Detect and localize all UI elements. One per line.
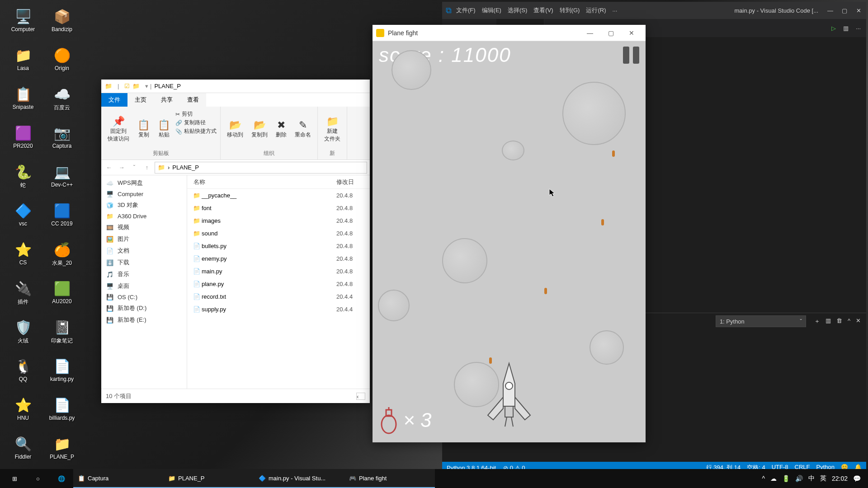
desktop-icon[interactable]: ⭐HNU <box>4 392 42 431</box>
copy-button[interactable]: 📋复制 <box>135 108 152 150</box>
nav-item[interactable]: 🎵音乐 <box>101 268 187 280</box>
file-row[interactable]: 📄main.py20.4.8 <box>187 265 370 277</box>
onedrive-icon[interactable]: ☁ <box>770 475 777 482</box>
file-row[interactable]: 📄record.txt20.4.4 <box>187 290 370 303</box>
nav-item[interactable]: 🖼️图片 <box>101 233 187 245</box>
maximize-button[interactable]: ▢ <box>842 7 848 14</box>
desktop-icon[interactable]: 🔌插件 <box>4 276 42 314</box>
nav-item[interactable]: ☁️WPS网盘 <box>101 177 187 189</box>
ime-icon[interactable]: 中 <box>808 474 815 483</box>
desktop-icon[interactable]: 🐧QQ <box>4 353 42 392</box>
ribbon-tab[interactable]: 查看 <box>180 93 206 107</box>
terminal-selector[interactable]: 1: Python ˇ <box>716 315 806 327</box>
split-terminal-button[interactable]: ▥ <box>826 317 831 325</box>
game-canvas[interactable]: score : 11000 <box>373 41 646 442</box>
desktop-icon[interactable]: 🍊水果_20 <box>42 237 81 276</box>
desktop-icon[interactable]: 🔷vsc <box>4 198 42 237</box>
new-terminal-button[interactable]: ＋ <box>814 317 820 325</box>
minimize-button[interactable]: — <box>827 7 834 14</box>
rename-button[interactable]: ✎重命名 <box>292 108 314 150</box>
address-bar[interactable]: 📁 › PLANE_P <box>155 162 367 174</box>
explorer-titlebar[interactable]: 📁 | ☑ 📁 ▾ | PLANE_P <box>101 80 370 93</box>
desktop-icon[interactable]: 📦Bandizip <box>42 4 81 42</box>
minimize-button[interactable]: — <box>580 25 600 41</box>
desktop-icon[interactable]: 🛡️火绒 <box>4 314 42 353</box>
path-segment[interactable]: PLANE_P <box>172 164 199 171</box>
copy-path-button[interactable]: 🔗 复制路径 <box>175 119 217 127</box>
file-row[interactable]: 📁sound20.4.8 <box>187 227 370 239</box>
desktop-icon[interactable]: 📋Snipaste <box>4 81 42 120</box>
copy-to-button[interactable]: 📂复制到 <box>249 108 270 150</box>
file-row[interactable]: 📄enemy.py20.4.8 <box>187 252 370 265</box>
taskbar-app[interactable]: 📋Captura <box>73 469 164 488</box>
desktop-icon[interactable]: 🟩AU2020 <box>42 276 81 314</box>
maximize-button[interactable]: ▢ <box>600 25 621 41</box>
taskbar-app[interactable]: 🎮Plane fight <box>344 469 435 488</box>
file-row[interactable]: 📁images20.4.8 <box>187 214 370 227</box>
move-to-button[interactable]: 📂移动到 <box>224 108 246 150</box>
taskbar-app[interactable]: 📁PLANE_P <box>164 469 254 488</box>
file-row[interactable]: 📄plane.py20.4.8 <box>187 277 370 290</box>
file-row[interactable]: 📄bullets.py20.4.8 <box>187 239 370 252</box>
start-button[interactable]: ⊞ <box>3 469 26 488</box>
nav-item[interactable]: 💾OS (C:) <box>101 292 187 302</box>
split-editor-icon[interactable]: ▥ <box>843 25 849 32</box>
desktop-icon[interactable]: 🐍蛇 <box>4 159 42 198</box>
cut-button[interactable]: ✂ 剪切 <box>175 110 217 118</box>
desktop-icon[interactable]: 🟦CC 2019 <box>42 198 81 237</box>
navigation-pane[interactable]: ☁️WPS网盘🖥️Computer🧊3D 对象📁A360 Drive🎞️视频🖼️… <box>101 175 187 389</box>
desktop-icon[interactable]: 📄karting.py <box>42 353 81 392</box>
game-titlebar[interactable]: Plane fight — ▢ ✕ <box>373 25 646 41</box>
history-button[interactable]: ˇ <box>129 164 139 171</box>
ime2-icon[interactable]: 英 <box>820 474 826 483</box>
delete-button[interactable]: ✖删除 <box>273 108 289 150</box>
chrome-icon[interactable]: 🌐 <box>50 469 73 488</box>
nav-item[interactable]: 📁A360 Drive <box>101 211 187 221</box>
pin-quickaccess-button[interactable]: 📌固定到 快速访问 <box>105 108 132 150</box>
ribbon-tab[interactable]: 主页 <box>127 93 154 107</box>
menu-item[interactable]: 文件(F) <box>456 6 476 14</box>
menu-item[interactable]: 编辑(E) <box>482 6 501 14</box>
battery-icon[interactable]: 🔋 <box>782 475 790 482</box>
ribbon-tab[interactable]: 共享 <box>154 93 180 107</box>
clock[interactable]: 22:02 <box>832 475 848 482</box>
col-date[interactable]: 修改日 <box>336 178 370 186</box>
close-button[interactable]: ✕ <box>621 25 642 41</box>
nav-item[interactable]: 💾新加卷 (E:) <box>101 314 187 326</box>
desktop-icon[interactable]: 📄billiards.py <box>42 392 81 431</box>
desktop-icon[interactable]: 📷Captura <box>42 120 81 159</box>
nav-item[interactable]: 🖥️Computer <box>101 189 187 199</box>
menu-item[interactable]: 运行(R) <box>586 6 606 14</box>
vscode-titlebar[interactable]: ⧉ 文件(F)编辑(E)选择(S)查看(V)转到(G)运行(R) ··· mai… <box>442 2 866 19</box>
desktop-icon[interactable]: 📁PLANE_P <box>42 431 81 470</box>
close-button[interactable]: ✕ <box>856 7 863 14</box>
desktop-icon[interactable]: 🖥️Computer <box>4 4 42 42</box>
up-button[interactable]: ↑ <box>142 164 152 171</box>
desktop-icon[interactable]: 🟠Origin <box>42 42 81 81</box>
forward-button[interactable]: → <box>117 164 127 171</box>
menu-item[interactable]: 转到(G) <box>560 6 580 14</box>
ribbon-tab[interactable]: 文件 <box>101 93 127 107</box>
desktop-icon[interactable]: 🔍Fiddler <box>4 431 42 470</box>
ellipsis-menu[interactable]: ··· <box>612 7 617 14</box>
paste-button[interactable]: 📋粘贴 <box>155 108 173 150</box>
maximize-terminal-button[interactable]: ^ <box>848 317 850 325</box>
file-row[interactable]: 📄supply.py20.4.4 <box>187 303 370 315</box>
nav-item[interactable]: 💾新加卷 (D:) <box>101 302 187 314</box>
nav-item[interactable]: 🧊3D 对象 <box>101 199 187 211</box>
nav-item[interactable]: 🖥️桌面 <box>101 280 187 292</box>
desktop-icon[interactable]: 💻Dev-C++ <box>42 159 81 198</box>
col-name[interactable]: 名称 <box>187 178 336 186</box>
close-terminal-button[interactable]: ✕ <box>856 317 861 325</box>
paste-shortcut-button[interactable]: 📎 粘贴快捷方式 <box>175 127 217 135</box>
desktop-icon[interactable]: 🟪PR2020 <box>4 120 42 159</box>
new-folder-button[interactable]: 📁新建 文件夹 <box>321 108 343 150</box>
tray-chevron[interactable]: ^ <box>762 475 765 482</box>
pause-button[interactable] <box>623 47 639 64</box>
volume-icon[interactable]: 🔊 <box>795 475 803 482</box>
menu-item[interactable]: 查看(V) <box>533 6 553 14</box>
nav-item[interactable]: ⬇️下载 <box>101 257 187 268</box>
file-row[interactable]: 📁font20.4.8 <box>187 202 370 214</box>
nav-item[interactable]: 📄文档 <box>101 245 187 257</box>
file-list[interactable]: 📁__pycache__20.4.8📁font20.4.8📁images20.4… <box>187 189 370 315</box>
